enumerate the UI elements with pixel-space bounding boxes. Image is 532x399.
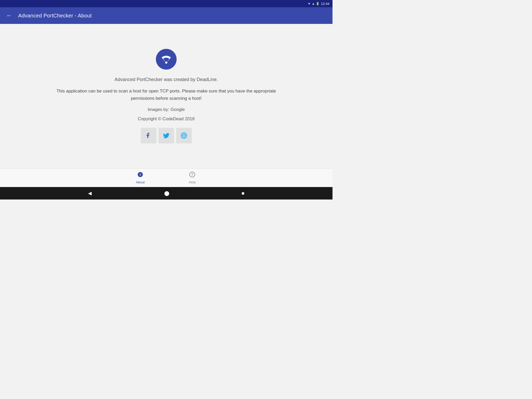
system-nav: ◀ ⬤ ■ — [0, 187, 332, 200]
back-button[interactable]: ← — [4, 10, 14, 21]
copyright-text: Copyright © CodeDead 2018 — [138, 116, 195, 122]
images-credit-text: Images by: Google — [148, 107, 185, 112]
twitter-icon — [163, 132, 170, 139]
status-icons: ▼ ▲ 🔋 12:44 — [308, 2, 329, 6]
signal-icon: ▲ — [312, 2, 315, 5]
social-buttons — [141, 128, 192, 143]
system-back-button[interactable]: ◀ — [83, 188, 97, 198]
facebook-icon — [145, 132, 152, 139]
facebook-button[interactable] — [141, 128, 156, 143]
wifi-status-icon: ▼ — [308, 2, 311, 5]
svg-text:?: ? — [191, 173, 193, 177]
bottom-nav: i About ? Help — [0, 168, 332, 187]
clock: 12:44 — [321, 2, 329, 6]
app-logo-icon — [156, 49, 177, 70]
web-icon — [180, 132, 188, 139]
help-nav-label: Help — [189, 180, 196, 184]
svg-text:i: i — [140, 173, 141, 177]
system-recent-button[interactable]: ■ — [236, 189, 250, 198]
about-nav-label: About — [136, 180, 145, 184]
about-nav-icon: i — [137, 171, 143, 179]
help-nav-icon: ? — [189, 171, 195, 179]
created-by-text: Advanced PortChecker was created by Dead… — [115, 77, 218, 82]
main-content: Advanced PortChecker was created by Dead… — [0, 24, 332, 168]
nav-about[interactable]: i About — [114, 171, 166, 184]
app-bar: ← Advanced PortChecker - About — [0, 7, 332, 24]
description-text: This application can be used to scan a h… — [49, 88, 283, 102]
system-home-button[interactable]: ⬤ — [159, 188, 175, 198]
twitter-button[interactable] — [158, 128, 174, 143]
app-icon-container — [156, 49, 177, 71]
app-bar-title: Advanced PortChecker - About — [18, 13, 92, 19]
website-button[interactable] — [176, 128, 192, 143]
svg-point-1 — [165, 62, 167, 64]
battery-icon: 🔋 — [316, 2, 320, 5]
nav-help[interactable]: ? Help — [166, 171, 218, 184]
status-bar: ▼ ▲ 🔋 12:44 — [0, 0, 332, 7]
